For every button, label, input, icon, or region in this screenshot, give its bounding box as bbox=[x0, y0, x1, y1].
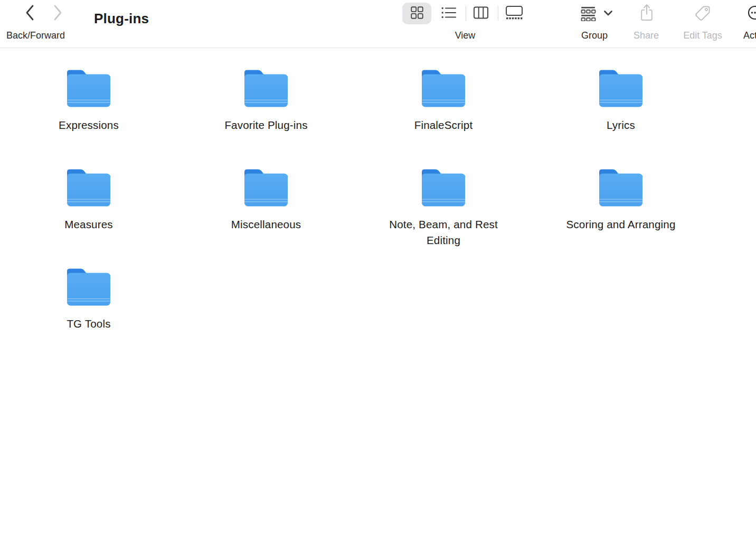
action-button[interactable] bbox=[747, 5, 756, 21]
grid-view-icon bbox=[410, 5, 424, 22]
folder-label: Note, Beam, and Rest Editing bbox=[380, 217, 507, 248]
folder-icon bbox=[420, 68, 467, 107]
chevron-right-icon bbox=[52, 4, 63, 23]
chevron-left-icon bbox=[24, 4, 36, 23]
folder-item-scoring-and-arranging[interactable]: Scoring and Arranging bbox=[532, 157, 710, 232]
folder-label: FinaleScript bbox=[414, 117, 473, 133]
toolbar-separator bbox=[498, 6, 498, 21]
ellipsis-circle-icon bbox=[747, 5, 756, 22]
folder-icon bbox=[597, 68, 645, 107]
edit-tags-button[interactable] bbox=[693, 4, 712, 23]
folder-label: TG Tools bbox=[67, 316, 110, 332]
folder-item-measures[interactable]: Measures bbox=[0, 157, 177, 232]
folder-label: Expressions bbox=[59, 117, 119, 133]
folder-icon bbox=[65, 167, 112, 207]
columns-view-icon bbox=[473, 6, 489, 21]
view-gallery-button[interactable] bbox=[504, 4, 524, 22]
folder-item-finalescript[interactable]: FinaleScript bbox=[355, 58, 532, 133]
view-columns-button[interactable] bbox=[472, 4, 490, 22]
chevron-down-icon bbox=[603, 10, 613, 18]
folder-item-note-beam-and-rest-editing[interactable]: Note, Beam, and Rest Editing bbox=[355, 157, 532, 248]
view-label: View bbox=[455, 30, 476, 41]
tag-icon bbox=[694, 4, 712, 24]
view-list-button[interactable] bbox=[440, 4, 458, 22]
back-forward-label: Back/Forward bbox=[6, 30, 65, 41]
toolbar: Back/Forward Plug-ins bbox=[0, 0, 756, 48]
share-icon bbox=[639, 3, 654, 23]
folder-icon bbox=[597, 167, 645, 207]
folder-item-miscellaneous[interactable]: Miscellaneous bbox=[177, 157, 355, 232]
group-label: Group bbox=[581, 30, 608, 41]
folder-item-favorite-plug-ins[interactable]: Favorite Plug-ins bbox=[177, 58, 355, 133]
folder-label: Favorite Plug-ins bbox=[224, 117, 307, 133]
page-title: Plug-ins bbox=[94, 11, 149, 27]
folder-label: Miscellaneous bbox=[231, 217, 301, 232]
folder-item-expressions[interactable]: Expressions bbox=[0, 58, 177, 133]
folder-item-lyrics[interactable]: Lyrics bbox=[532, 58, 710, 133]
view-icons-button[interactable] bbox=[402, 3, 431, 24]
folder-icon bbox=[420, 167, 467, 207]
action-label: Action bbox=[743, 30, 756, 41]
list-view-icon bbox=[441, 6, 457, 21]
file-browser-content: Expressions Favorite Plug-ins FinaleScri… bbox=[0, 48, 756, 541]
group-button[interactable] bbox=[575, 3, 617, 24]
group-icon bbox=[580, 5, 597, 23]
folder-icon bbox=[242, 68, 290, 107]
gallery-view-icon bbox=[505, 5, 523, 21]
folder-label: Lyrics bbox=[607, 117, 635, 133]
folder-icon bbox=[65, 266, 112, 306]
share-label: Share bbox=[634, 30, 659, 41]
folder-label: Scoring and Arranging bbox=[566, 217, 675, 232]
share-button[interactable] bbox=[638, 3, 655, 23]
folder-icon bbox=[65, 68, 112, 107]
edit-tags-label: Edit Tags bbox=[683, 30, 722, 41]
forward-button[interactable] bbox=[51, 5, 64, 22]
folder-label: Measures bbox=[64, 217, 113, 232]
back-button[interactable] bbox=[24, 5, 36, 22]
folder-item-tg-tools[interactable]: TG Tools bbox=[0, 257, 177, 332]
toolbar-separator bbox=[466, 6, 466, 21]
folder-icon bbox=[242, 167, 290, 207]
